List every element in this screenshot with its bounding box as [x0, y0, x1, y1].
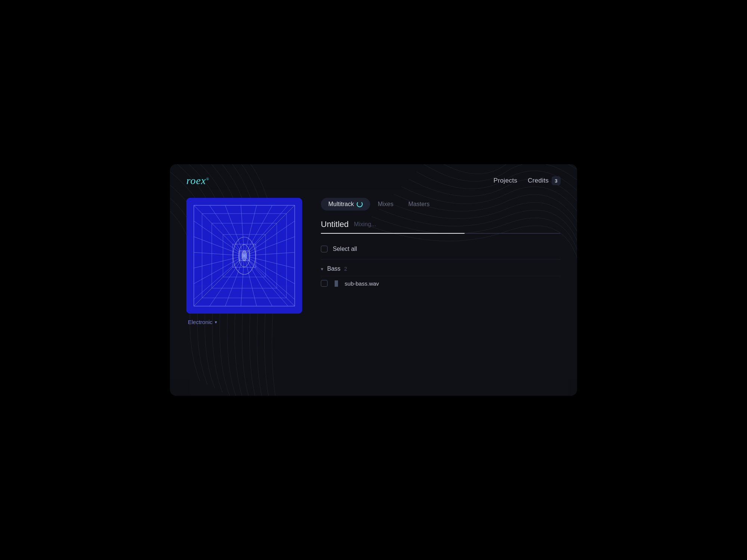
bass-group-chevron-icon: ▾ — [321, 266, 323, 272]
select-all-row: Select all — [321, 240, 561, 258]
progress-bar — [321, 233, 561, 234]
credits-label: Credits — [528, 177, 549, 184]
progress-bar-fill — [321, 233, 465, 234]
select-all-checkbox[interactable] — [321, 246, 328, 252]
bass-group-name: Bass — [327, 265, 341, 272]
tab-multitrack[interactable]: Multitrack — [321, 198, 370, 211]
bass-group-count: 2 — [344, 266, 347, 272]
logo: roex® — [186, 175, 209, 187]
genre-chevron-icon: ▾ — [215, 320, 217, 325]
album-section: Electronic ▾ — [186, 198, 302, 325]
genre-label: Electronic — [188, 319, 213, 325]
tab-spinner — [357, 201, 363, 207]
tab-masters[interactable]: Masters — [401, 198, 437, 211]
bass-group-header[interactable]: ▾ Bass 2 — [321, 261, 561, 276]
credits-button[interactable]: Credits 3 — [528, 176, 561, 185]
main-content: Electronic ▾ Multitrack Mixes Masters Un… — [170, 194, 577, 336]
nav-right: Projects Credits 3 — [493, 176, 561, 185]
track-row: ▐▌ sub-bass.wav — [321, 276, 561, 290]
app-window: roex® Projects Credits 3 — [170, 164, 577, 396]
projects-button[interactable]: Projects — [493, 177, 517, 184]
tab-mixes[interactable]: Mixes — [370, 198, 401, 211]
credits-badge: 3 — [552, 176, 561, 185]
track-waveform-icon: ▐▌ — [333, 280, 340, 286]
header: roex® Projects Credits 3 — [170, 164, 577, 194]
track-panel: Multitrack Mixes Masters Untitled Mixing… — [321, 198, 561, 325]
track-name-sub-bass: sub-bass.wav — [345, 280, 379, 287]
tabs: Multitrack Mixes Masters — [321, 198, 561, 211]
select-all-label: Select all — [333, 246, 357, 252]
album-art — [186, 198, 302, 314]
project-status: Mixing... — [354, 221, 376, 228]
logo-registered: ® — [206, 177, 210, 181]
album-art-svg — [186, 198, 302, 314]
genre-selector[interactable]: Electronic ▾ — [186, 319, 302, 325]
project-title: Untitled — [321, 220, 349, 229]
divider — [321, 259, 561, 259]
track-checkbox-sub-bass[interactable] — [321, 280, 328, 287]
project-header: Untitled Mixing... — [321, 220, 561, 234]
